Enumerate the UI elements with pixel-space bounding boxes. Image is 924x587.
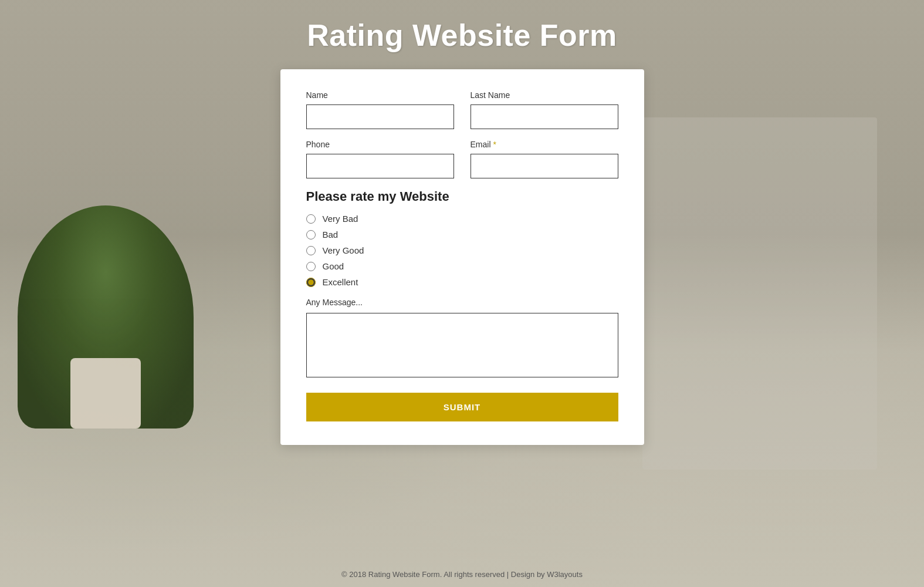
phone-label: Phone <box>306 140 454 149</box>
rating-option-good[interactable]: Good <box>306 261 618 271</box>
radio-bad[interactable] <box>306 230 316 239</box>
page-title: Rating Website Form <box>307 18 617 53</box>
phone-group: Phone <box>306 140 454 178</box>
radio-excellent[interactable] <box>306 278 316 287</box>
email-input[interactable] <box>471 154 618 178</box>
required-marker: * <box>491 140 496 149</box>
radio-label-very-good: Very Good <box>323 245 364 255</box>
rating-option-very-good[interactable]: Very Good <box>306 245 618 255</box>
page-wrapper: Rating Website Form Name Last Name Phone… <box>0 0 924 587</box>
last-name-group: Last Name <box>471 90 618 129</box>
name-row: Name Last Name <box>306 90 618 129</box>
rating-option-bad[interactable]: Bad <box>306 230 618 239</box>
radio-label-very-bad: Very Bad <box>323 214 358 224</box>
last-name-label: Last Name <box>471 90 618 100</box>
rating-title: Please rate my Website <box>306 189 618 204</box>
footer-text: © 2018 Rating Website Form. All rights r… <box>0 570 924 579</box>
phone-email-row: Phone Email * <box>306 140 618 178</box>
radio-label-excellent: Excellent <box>323 277 358 287</box>
radio-label-bad: Bad <box>323 230 339 239</box>
form-card: Name Last Name Phone Email * Please rate… <box>280 69 644 445</box>
radio-good[interactable] <box>306 262 316 271</box>
name-group: Name <box>306 90 454 129</box>
rating-option-very-bad[interactable]: Very Bad <box>306 214 618 224</box>
email-group: Email * <box>471 140 618 178</box>
rating-option-excellent[interactable]: Excellent <box>306 277 618 287</box>
message-section: Any Message... <box>306 298 618 380</box>
submit-button[interactable]: SUBMIT <box>306 393 618 421</box>
radio-label-good: Good <box>323 261 344 271</box>
message-textarea[interactable] <box>306 313 618 377</box>
radio-very-good[interactable] <box>306 246 316 255</box>
last-name-input[interactable] <box>471 104 618 129</box>
name-input[interactable] <box>306 104 454 129</box>
radio-very-bad[interactable] <box>306 214 316 224</box>
rating-section: Please rate my Website Very Bad Bad Very… <box>306 189 618 287</box>
email-label: Email * <box>471 140 618 149</box>
message-label: Any Message... <box>306 298 618 307</box>
phone-input[interactable] <box>306 154 454 178</box>
name-label: Name <box>306 90 454 100</box>
